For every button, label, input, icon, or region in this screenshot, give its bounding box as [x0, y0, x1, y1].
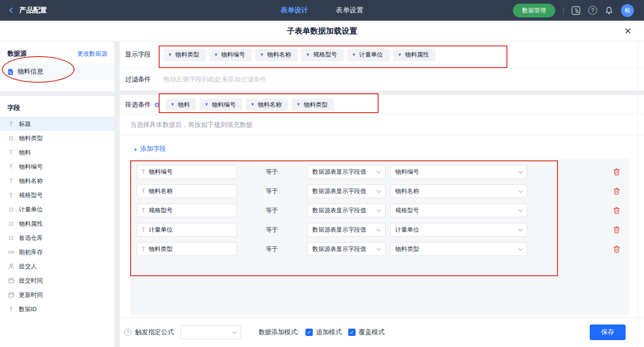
rule-target-select[interactable]: 物料编号 [390, 165, 527, 179]
rule-row: T物料编号 等于 数据源表显示字段值 物料编号 [137, 165, 623, 179]
rule-field-label: 物料名称 [149, 187, 172, 195]
rule-field-input[interactable]: T规格型号 [137, 204, 237, 217]
avatar[interactable]: 检 [621, 4, 634, 17]
select-value: 数据源表显示字段值 [312, 245, 366, 253]
display-chip-material-attr[interactable]: ▼物料属性 [393, 49, 436, 61]
rule-source-select[interactable]: 数据源表显示字段值 [307, 165, 385, 179]
chevron-down-icon [377, 169, 381, 173]
gear-icon[interactable]: ⚙ [154, 102, 160, 108]
field-label: 首选仓库 [19, 234, 43, 242]
trash-icon[interactable] [613, 226, 620, 233]
rule-target-select[interactable]: 计量单位 [390, 223, 527, 237]
sidebar-field-material[interactable]: T物料 [0, 145, 115, 159]
field-label: 规格型号 [19, 191, 43, 199]
sidebar-field-submitter[interactable]: 提交人 [0, 259, 115, 273]
sidebar-field-unit[interactable]: ⊡计量单位 [0, 202, 115, 216]
rule-operator: 等于 [266, 206, 279, 215]
overwrite-mode-checkbox[interactable]: ✓ [348, 329, 356, 336]
text-field-icon: T [142, 246, 145, 252]
rule-field-input[interactable]: T物料类型 [137, 242, 237, 256]
rule-field-input[interactable]: T物料名称 [137, 184, 237, 198]
rule-operator: 等于 [266, 226, 279, 234]
chevron-down-icon [377, 207, 381, 212]
back-button[interactable]: 产品配置 [10, 6, 47, 15]
question-circle-icon[interactable]: ? [124, 329, 132, 336]
help-icon[interactable]: ? [588, 6, 597, 15]
datasource-title: 数据源 [7, 50, 27, 58]
save-button[interactable]: 保存 [590, 324, 626, 340]
screen-chip-material-code[interactable]: ▼物料编号 [200, 98, 242, 111]
translate-icon[interactable]: 文A [571, 6, 581, 15]
sidebar-field-update-time[interactable]: 更新时间 [0, 288, 115, 302]
chip-label: 物料名称 [258, 101, 282, 109]
rule-source-select[interactable]: 数据源表显示字段值 [307, 242, 385, 256]
trash-icon[interactable] [613, 207, 620, 214]
rule-field-input[interactable]: T计量单位 [137, 223, 237, 237]
field-label: 物料编号 [19, 163, 43, 171]
sidebar-field-material-type[interactable]: ⊡物料类型 [0, 131, 115, 145]
rule-field-input[interactable]: T物料编号 [137, 165, 237, 179]
display-chip-unit[interactable]: ▼计量单位 [347, 49, 390, 61]
rule-target-select[interactable]: 规格型号 [390, 204, 527, 217]
trash-icon[interactable] [613, 168, 620, 176]
chevron-down-icon: ▼ [214, 53, 218, 57]
display-chip-material-name[interactable]: ▼物料名称 [255, 49, 298, 61]
screen-chip-material-type[interactable]: ▼物料类型 [292, 98, 334, 111]
sidebar-field-material-attr[interactable]: ⊡物料属性 [0, 216, 115, 231]
rule-source-select[interactable]: 数据源表显示字段值 [307, 204, 385, 217]
datasource-item[interactable]: 物料信息 [0, 63, 115, 80]
sidebar-field-material-name[interactable]: T物料名称 [0, 174, 115, 188]
filter-condition-row[interactable]: 过滤条件 拖动左侧字段到此处来添加过滤条件 [120, 68, 644, 91]
rules-card: 筛选条件 ⚙ ▼物料 ▼物料编号 ▼物料名称 ▼物料类型 当选择具体数据后，将按… [120, 95, 644, 317]
select-value: 数据源表显示字段值 [312, 226, 366, 234]
display-fields-label: 显示字段 [125, 51, 163, 59]
formula-select[interactable] [180, 325, 241, 339]
display-chip-material-type[interactable]: ▼物料类型 [163, 49, 206, 61]
field-label: 计量单位 [19, 205, 43, 214]
tab-form-design[interactable]: 表单设计 [281, 6, 308, 15]
text-field-icon: T [142, 188, 145, 194]
tab-form-settings[interactable]: 表单设置 [336, 6, 363, 15]
trash-icon[interactable] [613, 188, 620, 195]
add-field-button[interactable]: + 添加字段 [133, 145, 166, 153]
sidebar-field-initial-stock[interactable]: 123期初库存 [0, 245, 115, 259]
chevron-down-icon: ▼ [168, 53, 172, 57]
filter-drop-placeholder: 拖动左侧字段到此处来添加过滤条件 [163, 75, 266, 84]
bell-icon[interactable] [605, 6, 613, 15]
chip-label: 物料类型 [175, 51, 199, 59]
field-label: 更新时间 [19, 291, 43, 299]
chevron-down-icon [377, 188, 381, 193]
rule-row: T物料类型 等于 数据源表显示字段值 物料类型 [137, 242, 623, 256]
close-icon[interactable]: ✕ [624, 27, 632, 35]
screen-chip-material[interactable]: ▼物料 [166, 98, 196, 111]
sidebar-field-title[interactable]: T标题 [0, 117, 115, 131]
sidebar-field-preferred-warehouse[interactable]: ⊡首选仓库 [0, 231, 115, 245]
data-manage-button[interactable]: 数据管理 [513, 4, 555, 17]
chip-label: 物料编号 [221, 51, 245, 59]
chevron-down-icon: ▼ [204, 102, 208, 107]
change-datasource-link[interactable]: 更改数据源 [77, 50, 107, 58]
rule-source-select[interactable]: 数据源表显示字段值 [307, 184, 385, 198]
screen-chip-material-name[interactable]: ▼物料名称 [246, 98, 288, 111]
filter-condition-label: 过滤条件 [125, 75, 163, 84]
sidebar-field-data-id[interactable]: T数据ID [0, 302, 115, 316]
rule-target-select[interactable]: 物料名称 [390, 184, 527, 198]
rule-source-select[interactable]: 数据源表显示字段值 [307, 223, 385, 237]
display-chip-material-code[interactable]: ▼物料编号 [209, 49, 252, 61]
overwrite-mode-option[interactable]: ✓ 覆盖模式 [348, 328, 385, 336]
divider [563, 7, 564, 14]
sidebar-field-material-code[interactable]: T物料编号 [0, 159, 115, 174]
field-label: 物料 [19, 148, 31, 157]
trash-icon[interactable] [613, 245, 620, 253]
calendar-icon [7, 278, 15, 284]
rules-panel: T物料编号 等于 数据源表显示字段值 物料编号 T物料名称 等于 数据源表显示字… [130, 159, 629, 315]
sidebar-field-submit-time[interactable]: 提交时间 [0, 273, 115, 288]
select-field-icon: ⊡ [7, 206, 15, 213]
sidebar-field-spec-model[interactable]: T规格型号 [0, 188, 115, 202]
rule-row: T物料名称 等于 数据源表显示字段值 物料名称 [137, 184, 623, 198]
append-mode-checkbox[interactable]: ✓ [305, 329, 313, 336]
display-chip-spec-model[interactable]: ▼规格型号 [301, 49, 344, 61]
select-value: 物料编号 [395, 168, 419, 176]
append-mode-option[interactable]: ✓ 追加模式 [305, 328, 342, 336]
rule-target-select[interactable]: 物料类型 [390, 242, 527, 256]
